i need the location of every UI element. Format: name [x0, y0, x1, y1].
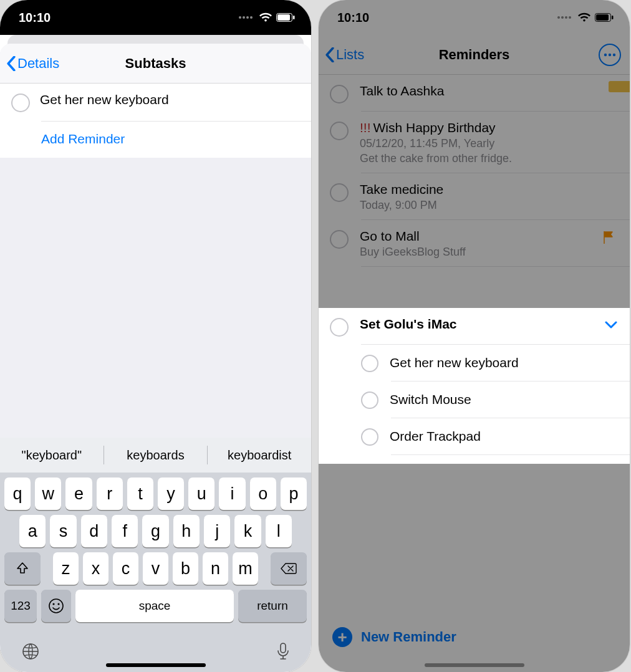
key-u[interactable]: u	[188, 478, 214, 510]
key-n[interactable]: n	[203, 552, 228, 585]
list-item[interactable]: Set Golu's iMac	[319, 308, 630, 344]
key-y[interactable]: y	[158, 478, 184, 510]
key-w[interactable]: w	[35, 478, 61, 510]
checkbox-circle-icon[interactable]	[330, 85, 349, 103]
subtask-title: Get her new keyboard	[40, 92, 301, 107]
battery-icon	[595, 13, 614, 22]
status-bar: 10:10	[0, 0, 311, 35]
key-m[interactable]: m	[233, 552, 258, 585]
globe-icon[interactable]	[21, 642, 40, 663]
key-o[interactable]: o	[250, 478, 276, 510]
subtask-row[interactable]: Get her new keyboard	[0, 84, 311, 121]
reminder-note: Get the cake from other fridge.	[360, 152, 619, 165]
list-item[interactable]: !!!Wish Happy Birthday 05/12/20, 11:45 P…	[319, 112, 630, 173]
suggestion-3[interactable]: keyboardist	[208, 448, 311, 463]
checkbox-circle-icon[interactable]	[361, 391, 378, 409]
shift-key[interactable]	[4, 552, 41, 585]
home-indicator[interactable]	[106, 663, 206, 667]
key-h[interactable]: h	[173, 515, 200, 547]
subtask-title: Switch Mouse	[390, 392, 471, 407]
phone-right-reminders: 10:10 Lists Reminders	[319, 0, 630, 672]
return-key[interactable]: return	[238, 590, 307, 622]
phone-left-subtasks: 10:10 Details Subtasks	[0, 0, 311, 672]
checkbox-circle-icon[interactable]	[361, 428, 378, 446]
wifi-icon	[577, 12, 591, 22]
svg-rect-1	[277, 14, 290, 21]
key-q[interactable]: q	[4, 478, 31, 510]
key-b[interactable]: b	[173, 552, 198, 585]
nav-bar: Lists Reminders	[319, 35, 630, 75]
svg-point-5	[57, 603, 59, 605]
svg-point-12	[609, 53, 611, 55]
key-f[interactable]: f	[112, 515, 138, 547]
key-z[interactable]: z	[53, 552, 79, 585]
key-t[interactable]: t	[127, 478, 153, 510]
nav-bar: Details Subtasks	[0, 44, 311, 84]
reminder-note: Buy iGeeksBlog Stuff	[360, 246, 619, 259]
back-label: Lists	[336, 47, 364, 63]
key-l[interactable]: l	[266, 515, 292, 547]
svg-point-11	[604, 53, 607, 55]
flag-icon	[602, 230, 616, 247]
home-indicator[interactable]	[425, 663, 524, 667]
svg-rect-2	[293, 16, 295, 19]
subtask-row[interactable]: Order Trackpad	[319, 418, 630, 454]
key-a[interactable]: a	[19, 515, 46, 547]
plus-circle-icon: +	[332, 627, 352, 647]
back-button[interactable]: Lists	[319, 47, 364, 63]
backspace-key[interactable]	[271, 552, 307, 585]
svg-point-13	[613, 53, 615, 55]
subtask-row[interactable]: Get her new keyboard	[319, 345, 630, 381]
subtask-list: Get her new keyboard Add Reminder	[0, 84, 311, 158]
key-r[interactable]: r	[97, 478, 123, 510]
reminder-title: !!!Wish Happy Birthday	[360, 120, 619, 135]
suggestion-2[interactable]: keyboards	[104, 448, 208, 463]
key-p[interactable]: p	[281, 478, 307, 510]
key-i[interactable]: i	[219, 478, 245, 510]
key-x[interactable]: x	[83, 552, 108, 585]
status-time: 10:10	[19, 11, 51, 25]
back-button[interactable]: Details	[0, 55, 59, 72]
reminder-subtitle: Today, 9:00 PM	[360, 199, 619, 212]
list-item[interactable]: Go to Mall Buy iGeeksBlog Stuff	[319, 220, 630, 266]
checkbox-circle-icon[interactable]	[330, 318, 349, 337]
subtask-title: Order Trackpad	[390, 429, 481, 444]
reminder-title: Set Golu's iMac	[360, 317, 619, 332]
key-j[interactable]: j	[204, 515, 230, 547]
subtasks-sheet: Details Subtasks Get her new keyboard Ad…	[0, 44, 311, 672]
list-item[interactable]: Talk to Aashka	[319, 75, 630, 111]
suggestion-bar: "keyboard" keyboards keyboardist	[0, 438, 311, 473]
key-c[interactable]: c	[113, 552, 138, 585]
nav-title: Reminders	[319, 47, 630, 63]
mic-icon[interactable]	[276, 642, 290, 663]
key-d[interactable]: d	[81, 515, 107, 547]
suggestion-1[interactable]: "keyboard"	[0, 448, 104, 463]
checkbox-circle-icon[interactable]	[361, 355, 378, 372]
back-label: Details	[17, 55, 59, 72]
new-reminder-button[interactable]: + New Reminder	[332, 627, 456, 647]
new-reminder-label: New Reminder	[361, 629, 456, 645]
checkbox-circle-icon[interactable]	[330, 230, 349, 249]
cellular-dots-icon	[557, 16, 571, 19]
svg-point-4	[52, 603, 54, 605]
list-item[interactable]: Take medicine Today, 9:00 PM	[319, 173, 630, 219]
battery-icon	[276, 13, 295, 22]
more-button[interactable]	[599, 44, 621, 66]
wifi-icon	[259, 12, 272, 22]
checkbox-circle-icon[interactable]	[330, 183, 349, 202]
reminders-list: Talk to Aashka !!!Wish Happy Birthday 05…	[319, 75, 630, 267]
subtask-row[interactable]: Switch Mouse	[319, 382, 630, 418]
add-reminder-link[interactable]: Add Reminder	[0, 122, 311, 158]
space-key[interactable]: space	[75, 590, 234, 622]
svg-rect-10	[612, 16, 614, 19]
key-k[interactable]: k	[234, 515, 261, 547]
key-s[interactable]: s	[50, 515, 76, 547]
key-g[interactable]: g	[142, 515, 168, 547]
numbers-key[interactable]: 123	[4, 590, 37, 622]
chevron-down-icon[interactable]	[605, 320, 617, 332]
checkbox-circle-icon[interactable]	[330, 122, 349, 140]
emoji-key[interactable]	[41, 590, 71, 622]
checkbox-circle-icon[interactable]	[11, 94, 30, 112]
key-e[interactable]: e	[65, 478, 92, 510]
key-v[interactable]: v	[143, 552, 168, 585]
